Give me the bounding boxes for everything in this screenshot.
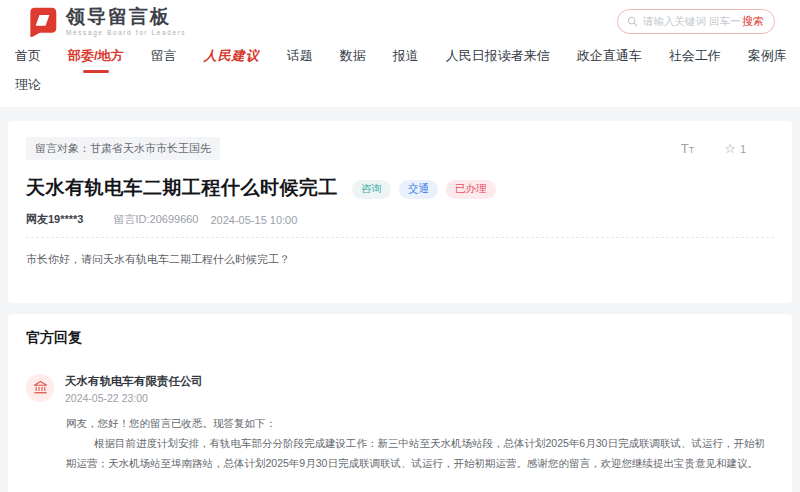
site-subtitle: Message Board for Leaders bbox=[66, 29, 186, 36]
message-id: 留言ID:20699660 bbox=[113, 212, 198, 227]
nav-item-theory[interactable]: 理论 bbox=[15, 75, 41, 95]
reply-date: 2024-05-22 23:00 bbox=[65, 392, 203, 404]
font-size-icon[interactable]: TT bbox=[681, 142, 694, 155]
reply-section-title: 官方回复 bbox=[26, 329, 774, 347]
nav-item-social-work[interactable]: 社会工作 bbox=[669, 46, 721, 66]
reply-org-name: 天水有轨电车有限责任公司 bbox=[65, 374, 203, 389]
reply-content: 网友，您好！您的留言已收悉。现答复如下： 根据目前进度计划安排，有轨电车部分分阶… bbox=[66, 413, 770, 473]
reply-paragraph: 根据目前进度计划安排，有轨电车部分分阶段完成建设工作：新三中站至天水机场站段，总… bbox=[66, 433, 770, 473]
nav-item-messages[interactable]: 留言 bbox=[151, 46, 177, 66]
site-logo[interactable]: 领导留言板 Message Board for Leaders bbox=[27, 6, 186, 37]
reply-item: 天水有轨电车有限责任公司 2024-05-22 23:00 网友，您好！您的留言… bbox=[26, 374, 774, 473]
nav-item-peoples-suggestions[interactable]: 人民建议 bbox=[204, 46, 260, 66]
message-author: 网友19****3 bbox=[26, 212, 83, 227]
message-date: 2024-05-15 10:00 bbox=[210, 214, 297, 226]
page-content: 留言对象：甘肃省天水市市长王国先 TT ☆ 1 天水有轨电车二期工程什么时候完工… bbox=[0, 107, 800, 492]
nav-item-reports[interactable]: 报道 bbox=[393, 46, 419, 66]
main-nav: 首页 部委/地方 留言 人民建议 话题 数据 报道 人民日报读者来信 政企直通车… bbox=[0, 42, 800, 107]
nav-item-label: 部委/地方 bbox=[68, 48, 124, 63]
top-header: 领导留言板 Message Board for Leaders 搜索 bbox=[0, 0, 800, 42]
status-badge-handled: 已办理 bbox=[446, 180, 496, 199]
message-title: 天水有轨电车二期工程什么时候完工 bbox=[26, 175, 338, 201]
star-count: 1 bbox=[740, 143, 746, 155]
message-content: 市长你好，请问天水有轨电车二期工程什么时候完工？ bbox=[26, 251, 774, 269]
message-target-badge: 留言对象：甘肃省天水市市长王国先 bbox=[26, 137, 220, 160]
search-button[interactable]: 搜索 bbox=[742, 14, 764, 29]
nav-item-readers-letters[interactable]: 人民日报读者来信 bbox=[446, 46, 550, 66]
site-title: 领导留言板 bbox=[66, 7, 186, 26]
dashed-divider bbox=[26, 237, 774, 238]
org-avatar bbox=[26, 374, 54, 402]
active-underline bbox=[83, 70, 109, 73]
nav-item-ministries-regions[interactable]: 部委/地方 bbox=[68, 46, 124, 66]
search-icon bbox=[627, 16, 638, 27]
institution-icon bbox=[33, 380, 48, 395]
reply-paragraph: 网友，您好！您的留言已收悉。现答复如下： bbox=[66, 413, 770, 433]
tag-traffic: 交通 bbox=[399, 180, 438, 199]
nav-item-case-library[interactable]: 案例库 bbox=[748, 46, 787, 66]
reply-card: 官方回复 天水有轨电车有限责任公司 2024-05-22 23:00 bbox=[8, 314, 792, 492]
nav-item-gov-business-line[interactable]: 政企直通车 bbox=[577, 46, 642, 66]
search-input[interactable] bbox=[643, 15, 742, 27]
search-box: 搜索 bbox=[617, 9, 775, 34]
logo-icon bbox=[27, 6, 58, 37]
message-card: 留言对象：甘肃省天水市市长王国先 TT ☆ 1 天水有轨电车二期工程什么时候完工… bbox=[8, 121, 792, 303]
favorite-button[interactable]: ☆ 1 bbox=[724, 142, 746, 155]
star-icon: ☆ bbox=[724, 142, 736, 155]
tag-consult: 咨询 bbox=[352, 180, 391, 199]
nav-item-topics[interactable]: 话题 bbox=[287, 46, 313, 66]
nav-item-home[interactable]: 首页 bbox=[15, 46, 41, 66]
nav-item-data[interactable]: 数据 bbox=[340, 46, 366, 66]
